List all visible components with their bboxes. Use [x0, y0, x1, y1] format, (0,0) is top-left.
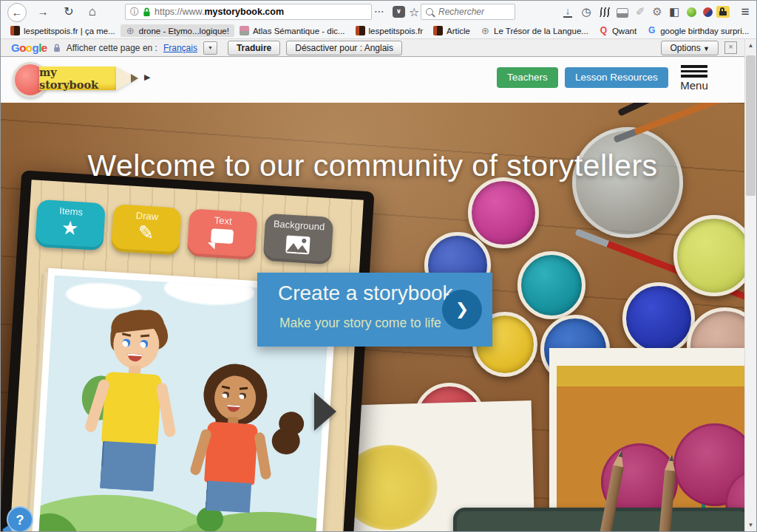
bookmark-item[interactable]: lespetitspois.fr | ça me...: [5, 24, 120, 37]
tablet-button-label: Background: [265, 218, 333, 233]
cloud: [66, 282, 141, 310]
bookmark-label: google birthday surpri...: [660, 27, 749, 35]
girl-arm: [254, 432, 271, 480]
url-bar[interactable]: ⓘ https://www.mystorybook.com: [125, 4, 372, 20]
bookmark-item[interactable]: Article: [428, 24, 475, 37]
lesson-resources-button[interactable]: Lesson Resources: [565, 67, 668, 88]
reload-button[interactable]: ↻: [60, 3, 78, 21]
cta-arrow-button[interactable]: ❯: [442, 290, 482, 330]
cta-subtitle: Make your story come to life: [279, 316, 441, 331]
scrollbar[interactable]: ▲ ▼: [744, 39, 756, 531]
translate-label: Afficher cette page en :: [67, 43, 157, 53]
translate-button[interactable]: Traduire: [228, 41, 280, 55]
tablet-button-label: Text: [189, 213, 257, 228]
extension-sphere-icon[interactable]: [699, 5, 716, 17]
speech-bubble-icon: [211, 228, 234, 244]
library-glyph: [600, 7, 610, 17]
sidebar-icon[interactable]: ◧: [666, 5, 682, 18]
speech-bubble-tail: [207, 242, 215, 250]
bookmark-label: Le Trésor de la Langue...: [494, 27, 588, 35]
translate-bar: Google Afficher cette page en : Français…: [1, 39, 756, 57]
url-text: https://www.mystorybook.com: [155, 7, 284, 17]
extension-sphere-glyph: [703, 7, 713, 17]
favicon-lespetitspois: [10, 26, 20, 35]
favicon-article: [433, 26, 443, 35]
hamburger-icon: [681, 75, 707, 78]
back-button[interactable]: ←: [7, 3, 27, 22]
logo-text: my storybook: [39, 66, 116, 90]
boy-character: [78, 307, 211, 531]
bookmark-item[interactable]: Atlas Sémantique - dic...: [234, 24, 350, 37]
options-arrow-icon: ▼: [703, 45, 710, 52]
hero-section: Items ★ Draw ✎ Text Background: [1, 103, 744, 531]
help-button[interactable]: ?: [7, 506, 33, 531]
next-page-arrow-icon: [314, 392, 336, 431]
bookmark-item[interactable]: ⊕Le Trésor de la Langue...: [475, 24, 594, 37]
site-logo[interactable]: my storybook ▶: [13, 61, 160, 95]
paint-pot-yellowgreen: [673, 215, 744, 296]
paint-pot-teal: [517, 251, 585, 319]
home-button[interactable]: ⌂: [84, 3, 101, 21]
search-bar[interactable]: [421, 4, 515, 20]
image-icon: [285, 235, 310, 254]
favicon-atlas: [240, 26, 249, 35]
site-header: my storybook ▶ Teachers Lesson Resources…: [1, 57, 756, 103]
url-prefix: https://www.: [155, 7, 204, 17]
teachers-button[interactable]: Teachers: [497, 67, 558, 88]
paint-pot-royalblue: [622, 282, 695, 355]
boy-shirt: [101, 372, 162, 446]
extension-lock-icon[interactable]: [715, 5, 731, 18]
options-label: Options: [670, 43, 700, 53]
bookmark-label: Qwant: [612, 27, 637, 35]
pen-icon[interactable]: ✐: [632, 5, 648, 18]
bookmark-item[interactable]: ⊕drone - Etymo...logique!: [120, 24, 234, 37]
library-icon[interactable]: [597, 5, 613, 17]
menu-button[interactable]: Menu: [679, 63, 710, 92]
translate-options-button[interactable]: Options ▼: [661, 41, 719, 55]
tablet-screen: Items ★ Draw ✎ Text Background: [9, 180, 364, 531]
page-actions-icon[interactable]: ⋯: [374, 5, 384, 17]
favicon-globe: ⊕: [481, 26, 490, 35]
language-link[interactable]: Français: [163, 43, 197, 53]
forward-button[interactable]: →: [34, 3, 52, 21]
create-storybook-cta[interactable]: Create a storybook Make your story come …: [257, 273, 492, 347]
bookmarks-bar: lespetitspois.fr | ça me... ⊕drone - Ety…: [1, 23, 756, 39]
paint-pot-pink: [468, 177, 539, 248]
favicon-lespetitspois: [356, 26, 365, 35]
history-icon[interactable]: ◷: [578, 5, 594, 18]
bookmark-item[interactable]: lespetitspois.fr: [350, 24, 429, 37]
crayon-drawing: [557, 366, 744, 531]
bookmark-star-icon[interactable]: ☆: [409, 5, 419, 19]
page-info-icon[interactable]: ⓘ: [130, 6, 139, 18]
download-icon[interactable]: ↓: [560, 5, 576, 18]
browser-toolbar: ← → ↻ ⌂ ⓘ https://www.mystorybook.com ⋯ …: [1, 1, 756, 23]
settings-icon[interactable]: ⚙: [649, 5, 665, 18]
pencil-icon: ✎: [112, 219, 181, 246]
bookmark-label: Atlas Sémantique - dic...: [253, 27, 345, 35]
disable-translate-button[interactable]: Désactiver pour : Anglais: [286, 41, 402, 55]
scrollbar-thumb[interactable]: [746, 55, 756, 196]
crayon-drawing-paper: [549, 348, 744, 531]
bookmark-item[interactable]: WWikipédia, l'encyclopé...: [754, 24, 757, 37]
menu-icon[interactable]: ≡: [737, 5, 753, 18]
star-icon: ★: [35, 215, 105, 242]
language-dropdown[interactable]: ▼: [203, 41, 217, 55]
https-lock-icon[interactable]: [143, 7, 151, 17]
tablet-button-row: Items ★ Draw ✎ Text Background: [35, 200, 333, 265]
screenshot-icon[interactable]: [614, 5, 631, 18]
bookmark-item[interactable]: QQwant: [594, 24, 642, 37]
bookmark-label: lespetitspois.fr: [369, 27, 424, 35]
logo-cursor-icon: ▶: [144, 72, 150, 82]
tablet-text-button: Text: [187, 208, 258, 259]
close-translate-icon[interactable]: ×: [724, 41, 737, 54]
search-input[interactable]: [437, 6, 510, 18]
bookmark-item[interactable]: Ggoogle birthday surpri...: [642, 24, 754, 37]
scroll-up-icon[interactable]: ▲: [745, 42, 756, 49]
scroll-down-icon[interactable]: ▼: [745, 522, 756, 528]
crayon-yellow-band: [557, 366, 744, 386]
bookmark-label: Article: [447, 27, 470, 35]
hamburger-icon: [681, 70, 707, 73]
extension-green-icon[interactable]: [683, 5, 699, 17]
favicon-qwant: Q: [599, 26, 608, 35]
pocket-icon[interactable]: ∨: [393, 6, 405, 18]
